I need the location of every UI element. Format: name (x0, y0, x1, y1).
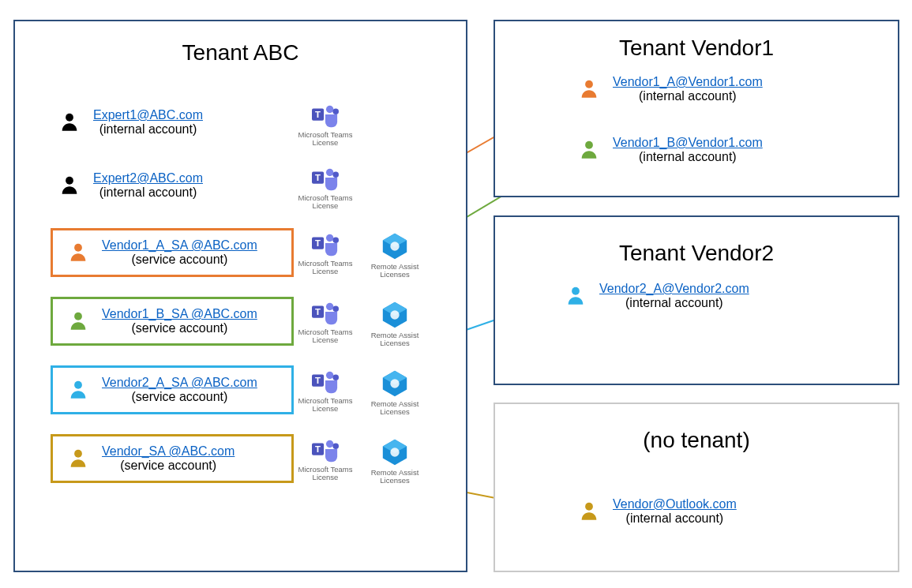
expert2-email[interactable]: Expert2@ABC.com (93, 171, 203, 185)
teams-icon: T (310, 231, 340, 258)
expert2-row: Expert2@ABC.com (internal account) (58, 171, 203, 200)
svg-point-45 (390, 448, 399, 456)
svg-point-28 (326, 372, 333, 379)
vendor1-usera-row: Vendor1_A@Vendor1.com (internal account) (578, 75, 763, 103)
svg-text:T: T (315, 110, 321, 119)
remote-license-6: Remote Assist Licenses (363, 437, 426, 485)
remote-license-3: Remote Assist Licenses (363, 231, 426, 279)
vendor1-userb-email[interactable]: Vendor1_B@Vendor1.com (613, 136, 763, 150)
remote-assist-icon (380, 300, 410, 330)
vendor2-usera-sub: (internal account) (625, 296, 723, 310)
svg-point-5 (66, 177, 73, 185)
tenant-vendor2-box: Tenant Vendor2 Vendor2_A@Vendor2.com (in… (494, 215, 899, 385)
tenant-abc-title: Tenant ABC (15, 40, 466, 66)
teams-icon: T (310, 437, 340, 464)
svg-point-9 (74, 450, 82, 458)
svg-point-33 (332, 444, 339, 450)
svg-point-29 (332, 375, 339, 381)
svg-text:T: T (315, 173, 321, 182)
teams-license-1: T Microsoft Teams License (294, 103, 357, 148)
vendorx-sub: (service account) (120, 459, 216, 473)
svg-point-25 (332, 306, 339, 313)
person-icon (58, 174, 81, 197)
remote-label: Remote Assist Licenses (371, 331, 419, 348)
vendor2-usera-row: Vendor2_A@Vendor2.com (internal account) (565, 282, 749, 310)
vendor1b-sub: (service account) (131, 321, 227, 335)
vendor2a-sa-box: Vendor2_A_SA @ABC.com (service account) (51, 365, 294, 414)
notenant-user-email[interactable]: Vendor@Outlook.com (613, 497, 737, 511)
person-icon (67, 378, 89, 402)
teams-label: Microsoft Teams License (298, 194, 353, 211)
person-icon (578, 138, 600, 162)
tenant-vendor1-title: Tenant Vendor1 (495, 36, 898, 61)
remote-assist-icon (380, 369, 410, 399)
vendor2-usera-email[interactable]: Vendor2_A@Vendor2.com (599, 282, 749, 296)
teams-label: Microsoft Teams License (298, 397, 353, 414)
vendor1a-sa-box: Vendor1_A_SA @ABC.com (service account) (51, 228, 294, 277)
svg-text:T: T (315, 307, 321, 316)
vendor1a-email[interactable]: Vendor1_A_SA @ABC.com (102, 238, 257, 253)
svg-point-8 (74, 381, 82, 389)
svg-point-32 (326, 440, 333, 448)
expert1-email[interactable]: Expert1@ABC.com (93, 108, 203, 122)
svg-point-17 (332, 172, 339, 178)
svg-point-7 (74, 313, 82, 320)
svg-point-49 (585, 503, 593, 511)
vendor1b-email[interactable]: Vendor1_B_SA @ABC.com (102, 307, 257, 321)
vendorx-sa-box: Vendor_SA @ABC.com (service account) (51, 434, 294, 483)
remote-assist-icon (380, 437, 410, 467)
remote-assist-icon (380, 231, 410, 261)
teams-label: Microsoft Teams License (298, 466, 353, 482)
teams-icon: T (310, 166, 340, 193)
vendor1-userb-row: Vendor1_B@Vendor1.com (internal account) (578, 136, 763, 164)
svg-text:T: T (315, 238, 321, 248)
svg-point-47 (585, 141, 593, 149)
expert2-sub: (internal account) (99, 185, 197, 200)
person-icon (67, 447, 89, 470)
tenant-vendor1-box: Tenant Vendor1 Vendor1_A@Vendor1.com (in… (494, 20, 899, 197)
person-icon (58, 110, 81, 134)
remote-label: Remote Assist Licenses (371, 469, 419, 485)
svg-point-46 (585, 81, 593, 88)
vendor2a-email[interactable]: Vendor2_A_SA @ABC.com (102, 376, 257, 390)
svg-point-21 (332, 238, 339, 244)
teams-label: Microsoft Teams License (298, 260, 353, 276)
expert1-row: Expert1@ABC.com (internal account) (58, 108, 203, 137)
svg-text:T: T (315, 444, 321, 454)
remote-label: Remote Assist Licenses (371, 263, 419, 279)
svg-point-42 (390, 379, 399, 388)
tenant-abc-box: Tenant ABC Expert1@ABC.com (internal acc… (13, 20, 467, 572)
person-icon (565, 284, 587, 308)
no-tenant-box: (no tenant) Vendor@Outlook.com (internal… (494, 403, 899, 572)
teams-license-2: T Microsoft Teams License (294, 166, 357, 211)
svg-point-16 (326, 169, 333, 176)
svg-point-4 (66, 114, 73, 122)
expert1-sub: (internal account) (99, 122, 197, 137)
teams-license-6: T Microsoft Teams License (294, 437, 357, 482)
vendor1-userb-sub: (internal account) (639, 150, 737, 164)
vendor1a-sub: (service account) (131, 253, 227, 267)
person-icon (67, 309, 89, 333)
notenant-user-sub: (internal account) (626, 511, 724, 526)
person-icon (578, 77, 600, 101)
teams-license-5: T Microsoft Teams License (294, 369, 357, 414)
svg-point-36 (390, 242, 399, 250)
person-icon (578, 500, 600, 523)
svg-point-20 (326, 234, 333, 242)
svg-point-13 (332, 109, 339, 115)
svg-point-48 (572, 287, 580, 295)
teams-label: Microsoft Teams License (298, 131, 353, 148)
vendor1-usera-email[interactable]: Vendor1_A@Vendor1.com (613, 75, 763, 89)
remote-license-5: Remote Assist Licenses (363, 369, 426, 417)
teams-icon: T (310, 103, 340, 129)
teams-icon: T (310, 369, 340, 395)
svg-text:T: T (315, 376, 321, 385)
tenant-vendor2-title: Tenant Vendor2 (495, 241, 898, 266)
vendor1-usera-sub: (internal account) (639, 89, 737, 103)
vendor1b-sa-box: Vendor1_B_SA @ABC.com (service account) (51, 297, 294, 346)
teams-license-3: T Microsoft Teams License (294, 231, 357, 276)
svg-point-6 (74, 244, 82, 252)
svg-point-12 (326, 106, 333, 113)
teams-icon: T (310, 300, 340, 327)
vendorx-email[interactable]: Vendor_SA @ABC.com (102, 444, 235, 459)
